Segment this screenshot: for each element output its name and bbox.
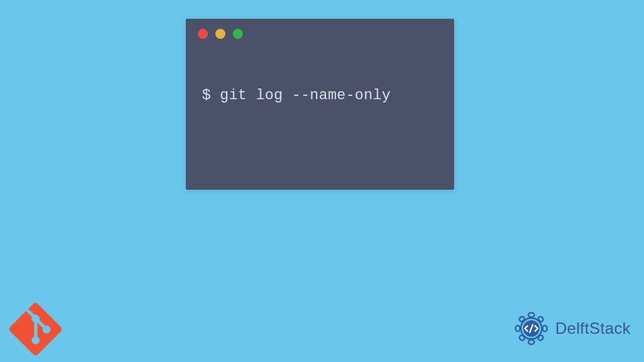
- terminal-window: $ git log --name-only: [186, 19, 454, 190]
- brand-logo: DelftStack: [513, 310, 631, 347]
- svg-point-3: [542, 326, 547, 332]
- terminal-command: $ git log --name-only: [202, 87, 390, 104]
- svg-point-1: [528, 340, 534, 345]
- svg-point-2: [515, 326, 520, 332]
- zoom-icon: [233, 29, 243, 39]
- close-icon: [198, 29, 208, 39]
- brand-name: DelftStack: [555, 319, 631, 338]
- svg-point-0: [528, 312, 534, 317]
- git-logo-icon: [9, 303, 62, 355]
- brand-mark-icon: [513, 310, 550, 347]
- terminal-titlebar: [186, 19, 454, 39]
- minimize-icon: [215, 29, 225, 39]
- terminal-body: $ git log --name-only: [186, 39, 454, 104]
